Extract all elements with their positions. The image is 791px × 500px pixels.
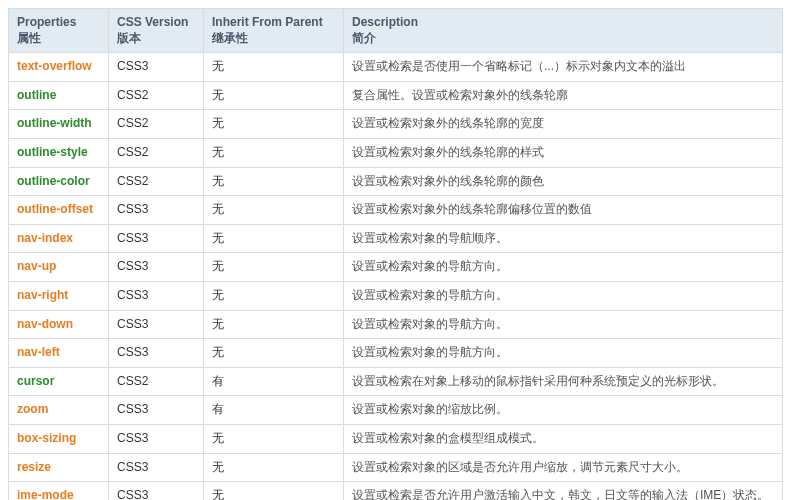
header-version-en: CSS Version <box>117 15 188 29</box>
cell-inherit: 无 <box>204 424 344 453</box>
property-link[interactable]: resize <box>17 460 51 474</box>
cell-version: CSS3 <box>109 339 204 368</box>
cell-version: CSS2 <box>109 110 204 139</box>
cell-property: text-overflow <box>9 53 109 82</box>
cell-version: CSS3 <box>109 281 204 310</box>
cell-property: outline-width <box>9 110 109 139</box>
cell-version: CSS3 <box>109 396 204 425</box>
property-link[interactable]: nav-left <box>17 345 60 359</box>
property-link[interactable]: zoom <box>17 402 48 416</box>
property-link[interactable]: nav-up <box>17 259 56 273</box>
cell-version: CSS2 <box>109 167 204 196</box>
cell-property: resize <box>9 453 109 482</box>
table-row: zoomCSS3有设置或检索对象的缩放比例。 <box>9 396 783 425</box>
table-row: outlineCSS2无复合属性。设置或检索对象外的线条轮廓 <box>9 81 783 110</box>
cell-description: 设置或检索对象的缩放比例。 <box>344 396 783 425</box>
property-link[interactable]: outline <box>17 88 56 102</box>
cell-version: CSS2 <box>109 367 204 396</box>
property-link[interactable]: outline-style <box>17 145 88 159</box>
table-row: ime-modeCSS3无设置或检索是否允许用户激活输入中文，韩文，日文等的输入… <box>9 482 783 500</box>
cell-property: nav-down <box>9 310 109 339</box>
cell-property: outline-offset <box>9 196 109 225</box>
cell-inherit: 无 <box>204 167 344 196</box>
cell-property: ime-mode <box>9 482 109 500</box>
property-link[interactable]: nav-index <box>17 231 73 245</box>
header-properties-en: Properties <box>17 15 76 29</box>
cell-property: nav-up <box>9 253 109 282</box>
cell-description: 设置或检索对象外的线条轮廓的样式 <box>344 138 783 167</box>
cell-property: outline <box>9 81 109 110</box>
table-row: outline-offsetCSS3无设置或检索对象外的线条轮廓偏移位置的数值 <box>9 196 783 225</box>
table-row: outline-styleCSS2无设置或检索对象外的线条轮廓的样式 <box>9 138 783 167</box>
cell-property: outline-color <box>9 167 109 196</box>
cell-description: 设置或检索在对象上移动的鼠标指针采用何种系统预定义的光标形状。 <box>344 367 783 396</box>
cell-description: 设置或检索对象的导航方向。 <box>344 281 783 310</box>
cell-property: outline-style <box>9 138 109 167</box>
cell-version: CSS3 <box>109 53 204 82</box>
property-link[interactable]: outline-width <box>17 116 92 130</box>
property-link[interactable]: nav-down <box>17 317 73 331</box>
cell-version: CSS3 <box>109 482 204 500</box>
cell-property: zoom <box>9 396 109 425</box>
cell-description: 设置或检索对象的区域是否允许用户缩放，调节元素尺寸大小。 <box>344 453 783 482</box>
header-version: CSS Version 版本 <box>109 9 204 53</box>
table-header-row: Properties 属性 CSS Version 版本 Inherit Fro… <box>9 9 783 53</box>
cell-inherit: 有 <box>204 367 344 396</box>
property-link[interactable]: box-sizing <box>17 431 76 445</box>
cell-property: box-sizing <box>9 424 109 453</box>
cell-inherit: 无 <box>204 138 344 167</box>
table-row: cursorCSS2有设置或检索在对象上移动的鼠标指针采用何种系统预定义的光标形… <box>9 367 783 396</box>
header-version-zh: 版本 <box>117 31 195 47</box>
cell-description: 设置或检索对象的导航方向。 <box>344 253 783 282</box>
table-row: resizeCSS3无设置或检索对象的区域是否允许用户缩放，调节元素尺寸大小。 <box>9 453 783 482</box>
property-link[interactable]: cursor <box>17 374 54 388</box>
cell-inherit: 无 <box>204 224 344 253</box>
header-inherit: Inherit From Parent 继承性 <box>204 9 344 53</box>
table-row: outline-colorCSS2无设置或检索对象外的线条轮廓的颜色 <box>9 167 783 196</box>
table-row: outline-widthCSS2无设置或检索对象外的线条轮廓的宽度 <box>9 110 783 139</box>
cell-inherit: 无 <box>204 281 344 310</box>
table-row: nav-upCSS3无设置或检索对象的导航方向。 <box>9 253 783 282</box>
property-link[interactable]: text-overflow <box>17 59 92 73</box>
cell-property: nav-left <box>9 339 109 368</box>
cell-inherit: 无 <box>204 339 344 368</box>
property-link[interactable]: outline-offset <box>17 202 93 216</box>
cell-version: CSS3 <box>109 196 204 225</box>
header-description-en: Description <box>352 15 418 29</box>
cell-description: 设置或检索是否允许用户激活输入中文，韩文，日文等的输入法（IME）状态。 <box>344 482 783 500</box>
table-row: text-overflowCSS3无设置或检索是否使用一个省略标记（...）标示… <box>9 53 783 82</box>
property-link[interactable]: outline-color <box>17 174 90 188</box>
cell-property: cursor <box>9 367 109 396</box>
cell-description: 设置或检索对象的导航顺序。 <box>344 224 783 253</box>
cell-version: CSS2 <box>109 138 204 167</box>
cell-property: nav-right <box>9 281 109 310</box>
property-link[interactable]: ime-mode <box>17 488 74 500</box>
property-link[interactable]: nav-right <box>17 288 68 302</box>
cell-inherit: 无 <box>204 482 344 500</box>
cell-inherit: 无 <box>204 110 344 139</box>
cell-version: CSS3 <box>109 453 204 482</box>
cell-description: 复合属性。设置或检索对象外的线条轮廓 <box>344 81 783 110</box>
cell-version: CSS2 <box>109 81 204 110</box>
cell-description: 设置或检索对象的导航方向。 <box>344 339 783 368</box>
table-row: nav-indexCSS3无设置或检索对象的导航顺序。 <box>9 224 783 253</box>
cell-inherit: 无 <box>204 253 344 282</box>
header-inherit-zh: 继承性 <box>212 31 335 47</box>
table-row: nav-downCSS3无设置或检索对象的导航方向。 <box>9 310 783 339</box>
css-properties-table: Properties 属性 CSS Version 版本 Inherit Fro… <box>8 8 783 500</box>
cell-inherit: 无 <box>204 310 344 339</box>
table-row: nav-rightCSS3无设置或检索对象的导航方向。 <box>9 281 783 310</box>
header-properties: Properties 属性 <box>9 9 109 53</box>
cell-description: 设置或检索是否使用一个省略标记（...）标示对象内文本的溢出 <box>344 53 783 82</box>
cell-property: nav-index <box>9 224 109 253</box>
cell-description: 设置或检索对象外的线条轮廓的宽度 <box>344 110 783 139</box>
cell-inherit: 有 <box>204 396 344 425</box>
header-inherit-en: Inherit From Parent <box>212 15 323 29</box>
cell-version: CSS3 <box>109 253 204 282</box>
cell-description: 设置或检索对象的导航方向。 <box>344 310 783 339</box>
cell-description: 设置或检索对象外的线条轮廓偏移位置的数值 <box>344 196 783 225</box>
cell-description: 设置或检索对象的盒模型组成模式。 <box>344 424 783 453</box>
cell-inherit: 无 <box>204 453 344 482</box>
header-properties-zh: 属性 <box>17 31 100 47</box>
cell-inherit: 无 <box>204 81 344 110</box>
